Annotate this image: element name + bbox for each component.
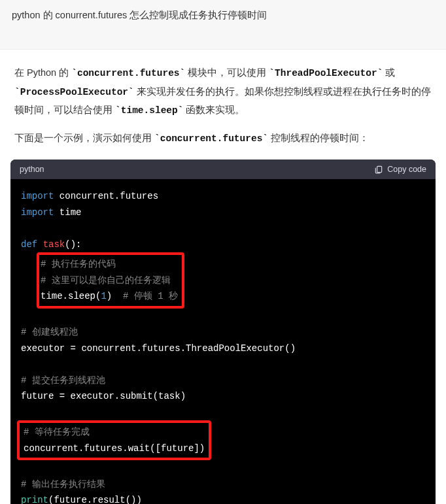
kw: import — [21, 191, 54, 201]
inline-code: `concurrent.futures` — [71, 68, 185, 78]
copy-code-label: Copy code — [387, 165, 426, 174]
tok: executor = concurrent.futures.ThreadPool… — [21, 343, 296, 354]
cmt: # 停顿 1 秒 — [123, 291, 178, 301]
tok: ) — [107, 291, 123, 301]
tok: time.sleep( — [41, 291, 101, 301]
text: 函数来实现。 — [183, 105, 245, 115]
question-text: python 的 conurrent.futures 怎么控制现成任务执行停顿时… — [12, 10, 267, 20]
cmt: # 创建线程池 — [21, 327, 78, 337]
code-line: # 等待任务完成 — [24, 424, 205, 441]
code-line: executor = concurrent.futures.ThreadPool… — [21, 341, 425, 357]
tok: time — [60, 207, 82, 218]
code-body[interactable]: import concurrent.futures import time de… — [10, 179, 436, 504]
cmt: # 执行任务的代码 — [41, 259, 116, 269]
code-line — [21, 220, 425, 237]
tok: () — [65, 239, 76, 250]
code-line — [21, 405, 425, 421]
code-line — [21, 460, 425, 477]
code-line: print(future.result()) — [21, 492, 425, 504]
tok: concurrent.futures — [60, 191, 158, 201]
code-block: python Copy code import concurrent.futur… — [10, 160, 436, 504]
code-header: python Copy code — [10, 160, 436, 179]
tok: concurrent.futures.wait([future]) — [24, 443, 205, 454]
text: 或 — [383, 67, 395, 78]
code-line: # 执行任务的代码 — [41, 256, 178, 273]
text: 在 Python 的 — [14, 67, 71, 78]
code-line: future = executor.submit(task) — [21, 388, 425, 405]
clipboard-icon — [374, 165, 383, 174]
code-line: concurrent.futures.wait([future]) — [24, 441, 205, 457]
code-line: # 这里可以是你自己的任务逻辑 — [41, 273, 178, 289]
cmt: # 这里可以是你自己的任务逻辑 — [41, 275, 171, 286]
kw: import — [21, 207, 54, 218]
cmt: # 输出任务执行结果 — [21, 479, 105, 490]
tok: future = executor.submit(task) — [21, 391, 186, 401]
inline-code: `ProcessPoolExecutor` — [14, 87, 134, 97]
inline-code: `ThreadPoolExecutor` — [269, 68, 383, 78]
tok: (future.result()) — [48, 495, 142, 504]
code-line: # 提交任务到线程池 — [21, 373, 425, 389]
answer-para-1: 在 Python 的 `concurrent.futures` 模块中，可以使用… — [14, 64, 432, 120]
cmt: # 等待任务完成 — [24, 427, 90, 437]
code-line — [21, 356, 425, 373]
code-line: def task(): — [21, 237, 425, 253]
code-line: import time — [21, 205, 425, 221]
cmt: # 提交任务到线程池 — [21, 375, 105, 386]
text: 模块中，可以使用 — [185, 67, 269, 78]
highlight-box-1: # 执行任务的代码 # 这里可以是你自己的任务逻辑 time.sleep(1) … — [37, 252, 184, 309]
code-lang-label: python — [20, 165, 44, 174]
user-question: python 的 conurrent.futures 怎么控制现成任务执行停顿时… — [0, 0, 446, 50]
code-line: import concurrent.futures — [21, 188, 425, 205]
tok: task — [43, 239, 65, 250]
copy-code-button[interactable]: Copy code — [374, 165, 426, 174]
code-line: # 输出任务执行结果 — [21, 477, 425, 493]
code-line: # 创建线程池 — [21, 324, 425, 341]
answer-para-2: 下面是一个示例，演示如何使用 `concurrent.futures` 控制线程… — [14, 129, 432, 148]
code-line — [21, 309, 425, 325]
kw: def — [21, 239, 37, 250]
text: 控制线程的停顿时间： — [268, 133, 369, 143]
code-line: time.sleep(1) # 停顿 1 秒 — [41, 288, 178, 305]
text: 下面是一个示例，演示如何使用 — [14, 133, 154, 143]
tok: print — [21, 495, 48, 504]
tok: 1 — [101, 291, 106, 301]
tok: : — [76, 239, 81, 250]
highlight-box-2: # 等待任务完成 concurrent.futures.wait([future… — [17, 420, 211, 460]
inline-code: `time.sleep` — [115, 105, 183, 116]
svg-rect-0 — [377, 167, 382, 173]
assistant-answer: 在 Python 的 `concurrent.futures` 模块中，可以使用… — [0, 50, 446, 156]
inline-code: `concurrent.futures` — [154, 133, 268, 144]
